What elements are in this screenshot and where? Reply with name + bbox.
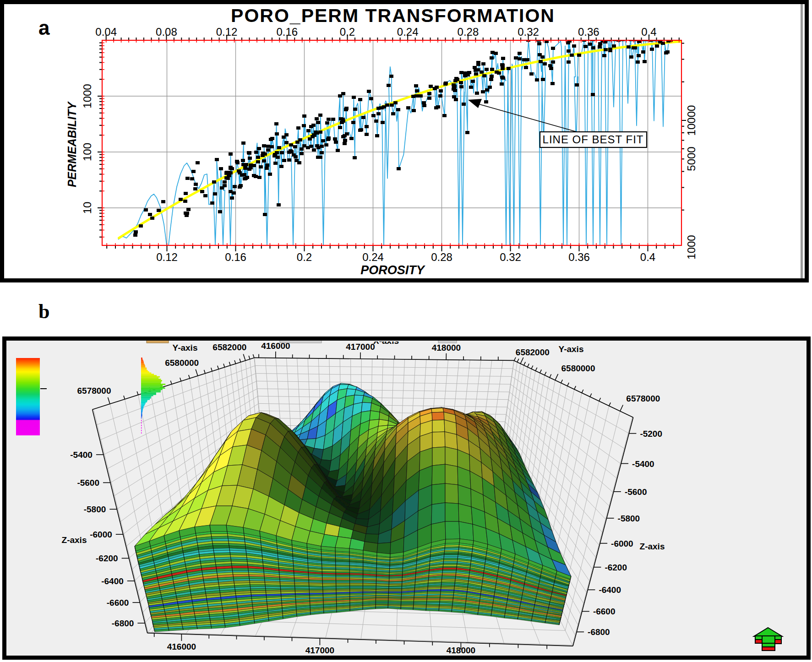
svg-text:Y-axis: Y-axis: [173, 343, 198, 353]
svg-text:POROSITY: POROSITY: [360, 263, 426, 277]
svg-text:-5400: -5400: [632, 459, 654, 469]
svg-text:X-axis: X-axis: [373, 341, 399, 346]
svg-text:Y-axis: Y-axis: [559, 344, 584, 354]
svg-text:0.08: 0.08: [156, 26, 177, 38]
svg-text:Z-axis: Z-axis: [62, 535, 87, 545]
svg-text:0.36: 0.36: [568, 251, 590, 263]
svg-text:-6400: -6400: [599, 585, 621, 595]
svg-text:-5800: -5800: [618, 514, 640, 523]
svg-text:0.12: 0.12: [216, 26, 238, 38]
svg-text:6582000: 6582000: [516, 347, 550, 357]
svg-text:417000: 417000: [346, 342, 375, 352]
svg-text:0.4: 0.4: [641, 26, 656, 38]
svg-text:6578000: 6578000: [626, 394, 660, 403]
svg-text:6580000: 6580000: [561, 364, 595, 373]
svg-text:0.12: 0.12: [156, 251, 178, 263]
svg-text:-6800: -6800: [112, 619, 134, 628]
svg-text:-6200: -6200: [605, 563, 627, 572]
svg-text:Z-axis: Z-axis: [640, 542, 665, 551]
svg-text:100: 100: [81, 143, 93, 161]
svg-text:0.32: 0.32: [518, 26, 539, 38]
svg-text:-5400: -5400: [70, 450, 93, 460]
svg-text:0.2: 0.2: [340, 26, 355, 38]
svg-text:-6600: -6600: [107, 598, 129, 608]
svg-text:-6600: -6600: [593, 607, 616, 616]
svg-text:0.28: 0.28: [431, 251, 452, 263]
svg-text:0.4: 0.4: [640, 251, 655, 263]
svg-text:0.36: 0.36: [578, 26, 599, 38]
svg-text:0.16: 0.16: [276, 26, 298, 38]
svg-text:6580000: 6580000: [165, 358, 199, 368]
svg-text:416000: 416000: [167, 642, 196, 651]
svg-text:0.32: 0.32: [500, 251, 521, 263]
svg-text:PERMEABILITY: PERMEABILITY: [65, 101, 78, 187]
svg-text:10000: 10000: [685, 105, 698, 136]
svg-text:10: 10: [81, 202, 93, 214]
svg-text:0.24: 0.24: [362, 251, 384, 263]
svg-text:-6000: -6000: [90, 530, 112, 539]
svg-text:0.28: 0.28: [458, 26, 479, 38]
svg-text:0.04: 0.04: [95, 26, 117, 38]
svg-text:-6000: -6000: [611, 539, 633, 548]
svg-text:0.24: 0.24: [397, 26, 419, 38]
svg-text:1000: 1000: [685, 235, 698, 259]
svg-text:LINE OF BEST FIT: LINE OF BEST FIT: [543, 133, 644, 146]
svg-text:0.16: 0.16: [225, 251, 246, 263]
svg-text:a: a: [38, 16, 50, 39]
svg-text:417000: 417000: [305, 646, 334, 655]
svg-text:-5600: -5600: [625, 487, 647, 497]
svg-text:5000: 5000: [685, 147, 698, 171]
svg-text:-6800: -6800: [588, 627, 610, 637]
svg-text:1000: 1000: [81, 84, 93, 108]
svg-text:0.2: 0.2: [297, 251, 312, 263]
svg-text:-6400: -6400: [101, 576, 124, 586]
svg-text:418000: 418000: [447, 646, 475, 655]
svg-text:-5600: -5600: [77, 478, 99, 488]
svg-text:418000: 418000: [432, 343, 461, 353]
svg-text:-6200: -6200: [96, 553, 118, 563]
svg-text:-5800: -5800: [84, 505, 106, 514]
svg-text:-5200: -5200: [640, 429, 662, 439]
svg-text:6582000: 6582000: [213, 342, 246, 352]
svg-text:PORO_PERM TRANSFORMATION: PORO_PERM TRANSFORMATION: [231, 5, 555, 26]
svg-text:6578000: 6578000: [77, 386, 111, 396]
